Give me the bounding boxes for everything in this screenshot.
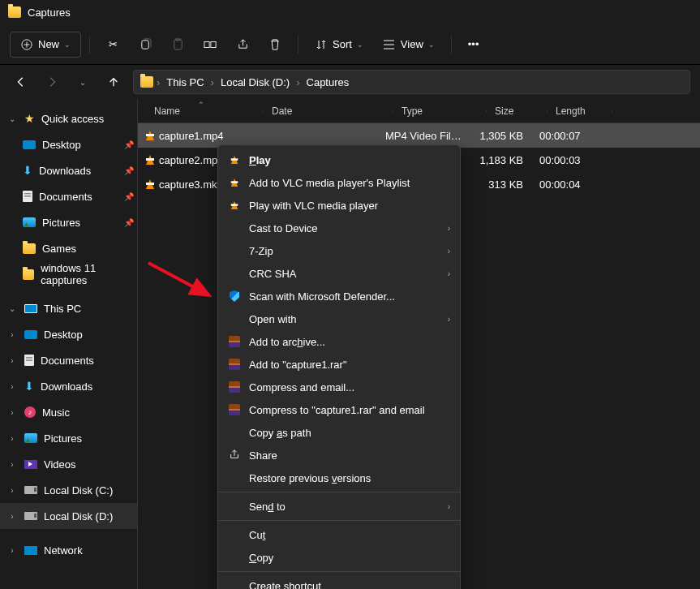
file-type: MP4 Video File (V... [377,130,470,142]
sidebar-item[interactable]: ›Videos [0,451,137,477]
cut-button[interactable]: ✂ [98,32,127,58]
context-menu-item[interactable]: Share [218,444,460,466]
context-menu-item[interactable]: Create shortcut [218,574,460,589]
sidebar-item-label: Documents [41,355,94,367]
context-menu-label: Compress to "capture1.rar" and email [249,404,425,416]
delete-button[interactable] [260,32,290,58]
sidebar-item[interactable]: Documents📌 [0,183,137,209]
share-button[interactable] [228,32,257,58]
sidebar-item[interactable]: ›Local Disk (D:) [0,503,137,529]
context-menu-item[interactable]: Scan with Microsoft Defender... [218,285,460,307]
breadcrumb-item[interactable]: This PC [163,75,207,90]
separator [451,36,452,54]
sidebar-item[interactable]: ›♪Music [0,399,137,425]
trash-icon [268,38,281,51]
chevron-down-icon: ⌄ [428,41,435,49]
context-menu-item[interactable]: Compress and email... [218,376,460,398]
document-icon [24,355,34,366]
breadcrumb-item[interactable]: Captures [303,75,353,90]
chevron-right-icon: › [448,502,450,511]
up-button[interactable] [102,71,125,93]
sidebar-item[interactable]: ›Local Disk (C:) [0,477,137,503]
file-name: capture3.mkv [159,178,222,191]
view-button[interactable]: View ⌄ [375,32,443,58]
sidebar-item[interactable]: ›Desktop [0,321,137,347]
sidebar-item[interactable]: ⬇Downloads📌 [0,157,137,183]
forward-button[interactable] [41,71,63,93]
context-menu-item[interactable]: Play [218,148,460,171]
plus-icon [20,38,33,51]
separator [298,36,298,54]
svg-rect-4 [204,41,209,47]
column-size[interactable]: Size [487,105,548,117]
sidebar-item[interactable]: Games [0,235,137,261]
context-menu-item[interactable]: Cast to Device› [218,217,460,239]
sidebar-network[interactable]: › Network [0,537,137,563]
context-menu: PlayAdd to VLC media player's PlaylistPl… [217,144,461,589]
winrar-icon [229,404,240,415]
context-menu-item[interactable]: Copy as path [218,421,460,444]
sidebar-quick-access[interactable]: ⌄ ★ Quick access [0,105,137,131]
context-menu-item[interactable]: Copy [218,546,460,569]
context-menu-item[interactable]: Open with› [218,307,460,330]
new-button[interactable]: New ⌄ [10,32,81,58]
separator [89,36,90,54]
copy-button[interactable] [131,32,160,58]
folder-icon [8,6,21,18]
sidebar-item[interactable]: Desktop📌 [0,131,137,157]
chevron-right-icon: › [6,512,18,521]
column-date[interactable]: Date [264,105,393,117]
clipboard-icon [171,38,184,51]
vlc-icon [146,155,154,165]
paste-button[interactable] [163,32,192,58]
context-menu-item[interactable]: Add to archive... [218,330,460,353]
sidebar-item[interactable]: ›Documents [0,347,137,373]
vlc-icon [146,131,154,140]
sidebar-item[interactable]: ›⬇Downloads [0,373,137,399]
pictures-icon [23,217,36,227]
svg-rect-2 [174,40,181,49]
navigation-pane: ⌄ ★ Quick access Desktop📌⬇Downloads📌Docu… [0,99,138,589]
breadcrumb[interactable]: › This PC › Local Disk (D:) › Captures [133,70,690,94]
context-menu-item[interactable]: Compress to "capture1.rar" and email [218,398,460,421]
shield-icon [230,290,239,302]
breadcrumb-item[interactable]: Local Disk (D:) [217,75,293,90]
context-menu-item[interactable]: Add to "capture1.rar" [218,353,460,376]
chevron-right-icon: › [6,486,18,495]
recent-button[interactable]: ⌄ [71,71,94,93]
chevron-right-icon: › [6,382,18,391]
folder-icon [140,76,153,88]
sidebar-item-label: Pictures [42,217,80,229]
sidebar-item[interactable]: Pictures📌 [0,209,137,235]
chevron-right-icon: › [448,224,450,233]
separator [218,492,460,492]
context-menu-item[interactable]: Add to VLC media player's Playlist [218,171,460,194]
winrar-icon [229,381,240,393]
sort-label: Sort [333,38,352,50]
sidebar-this-pc[interactable]: ⌄ This PC [0,295,137,321]
context-menu-item[interactable]: CRC SHA› [218,262,460,285]
share-icon [236,38,249,51]
context-menu-label: Play with VLC media player [249,200,378,212]
file-length: 00:00:03 [531,154,596,166]
context-menu-item[interactable]: Restore previous versions [218,466,460,489]
back-button[interactable] [10,71,32,93]
column-name[interactable]: ⌃ Name [138,105,264,117]
sidebar-label: This PC [44,303,81,315]
context-menu-item[interactable]: Cut [218,523,460,546]
window-title: Captures [28,6,71,19]
context-menu-item[interactable]: 7-Zip› [218,239,460,262]
sidebar-item[interactable]: ›Pictures [0,425,137,451]
svg-rect-1 [141,41,148,49]
column-length[interactable]: Length [548,105,612,117]
context-menu-label: Cut [249,529,265,541]
sidebar-item[interactable]: windows 11 capptures [0,261,137,287]
context-menu-item[interactable]: Play with VLC media player [218,194,460,217]
rename-button[interactable] [195,32,225,58]
context-menu-item[interactable]: Send to› [218,495,460,518]
chevron-right-icon: › [157,76,160,88]
sidebar-item-label: Local Disk (C:) [44,484,113,497]
more-button[interactable]: ••• [460,32,487,58]
sort-button[interactable]: Sort ⌄ [307,32,371,58]
column-type[interactable]: Type [393,105,487,117]
